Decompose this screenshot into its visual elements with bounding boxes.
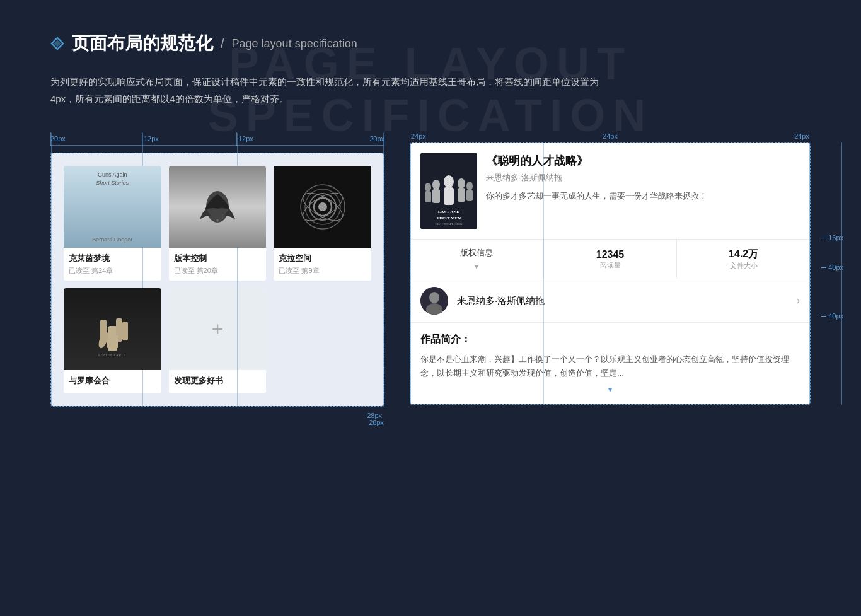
book-info: 克拉空间 已读至 第9章 [274,248,371,281]
book-info: 与罗摩会合 [64,370,161,393]
panels-row: 20px 12px 12px 20px [50,132,811,424]
reads-stat: 12345 阅读量 [544,240,678,279]
synopsis-more[interactable]: ▾ [420,380,800,394]
book-cover-4: LEATHER ARTE JOE B. LANSDALE [64,288,161,370]
page-title-en: Page layout specification [232,37,357,50]
svg-point-23 [425,183,431,192]
synopsis-title: 作品简介： [420,333,800,346]
ann-label-12px-2: 12px [238,135,253,142]
svg-point-25 [466,182,473,190]
spiral-icon [298,182,348,232]
book-detail-card: LAST AND FIRST MEN OLAF STAPLEDON 《聪明的人才… [410,143,810,240]
book-title: 克拉空间 [279,253,366,264]
book-info: 发现更多好书 [169,370,267,393]
book-card[interactable]: LEATHER ARTE JOE B. LANSDALE 与罗摩会合 [64,288,161,393]
synopsis-text: 你是不是心血来潮，兴趣】工作换了一个又一个？以乐观主义创业者的心态创立高瓴，坚持… [420,352,800,380]
book-grid-container: Guns Again Short Stories Bernard Cooper … [51,153,384,406]
filesize-value: 14.2万 [729,248,758,261]
book-title: 版本控制 [174,253,262,264]
phone-content: LAST AND FIRST MEN OLAF STAPLEDON 《聪明的人才… [410,143,810,404]
book-cover-2 [169,166,267,248]
copyright-label: 版权信息 [460,247,493,259]
book-detail-cover: LAST AND FIRST MEN OLAF STAPLEDON [420,153,477,229]
right-guide-line [841,142,842,405]
filesize-label: 文件大小 [730,261,758,270]
author-avatar-img [420,287,448,315]
book-cover-firstmen: LAST AND FIRST MEN OLAF STAPLEDON [420,153,477,229]
cover-subtitle: Short Stories [96,179,129,187]
author-avatar [420,287,448,315]
hand-icon: LEATHER ARTE JOE B. LANSDALE [95,301,130,357]
ann-24px-3: 24px [794,132,809,140]
book-cover-placeholder: + [169,288,267,370]
right-side-annotations: 16px 40px 40px [821,142,843,405]
svg-point-21 [458,178,465,189]
book-progress: 已读至 第9章 [279,266,366,276]
svg-rect-20 [432,189,440,203]
reads-label: 阅读量 [600,260,621,270]
ann-24px-1: 24px [411,132,426,140]
svg-rect-12 [107,335,118,348]
book-card[interactable]: 版本控制 已读至 第20章 [169,166,267,281]
svg-rect-26 [466,190,473,201]
filesize-stat: 14.2万 文件大小 [677,240,810,279]
book-grid: Guns Again Short Stories Bernard Cooper … [64,166,371,393]
svg-point-17 [444,175,454,188]
book-info: 克莱茵梦境 已读至 第24章 [64,248,161,281]
description-text: 为列更好的实现响应式布局页面，保证设计稿件中元素的一致性和规范化，所有元素均适用… [50,73,618,107]
stats-row: 版权信息 ▾ 12345 阅读量 14.2万 文件大小 [410,240,810,279]
book-detail-author: 来恩纳多·洛斯佩纳拖 [486,172,800,183]
svg-rect-22 [458,188,465,202]
book-cover-1: Guns Again Short Stories Bernard Cooper [64,166,161,248]
cover-text: Guns Again [98,171,127,179]
copyright-chevron: ▾ [475,262,478,271]
book-cover-3 [274,166,371,248]
book-progress: 已读至 第20章 [174,266,262,276]
svg-rect-24 [425,191,431,202]
book-detail-desc: 你的多才多艺却一事无成的人生，需要一份才华战略来拯救！ [486,190,800,203]
right-panel: 24px 24px 24px [410,132,811,405]
ann-label-20px-right: 20px [369,135,384,142]
svg-text:LEATHER ARTE: LEATHER ARTE [98,353,125,357]
ann-24px-2: 24px [603,132,618,140]
svg-point-31 [429,292,439,303]
ann-label-28px: 28px [369,419,384,426]
right-annotation-wrapper: LAST AND FIRST MEN OLAF STAPLEDON 《聪明的人才… [410,142,811,405]
book-title: 发现更多好书 [174,375,262,386]
book-info: 版本控制 已读至 第20章 [169,248,267,281]
book-card-placeholder[interactable]: + 发现更多好书 [169,288,267,393]
ann-label-20px-left: 20px [50,135,66,142]
author-row[interactable]: 来恩纳多·洛斯佩纳拖 › [410,279,810,323]
plus-icon: + [212,318,224,341]
reads-value: 12345 [596,249,625,260]
svg-text:FIRST MEN: FIRST MEN [437,216,461,221]
svg-rect-18 [444,187,454,205]
book-detail-title: 《聪明的人才战略》 [486,153,800,168]
svg-text:LAST AND: LAST AND [438,209,460,214]
svg-rect-11 [122,322,128,340]
right-spacing-labels: 24px 24px 24px [410,132,811,140]
book-card[interactable]: Guns Again Short Stories Bernard Cooper … [64,166,161,281]
svg-point-5 [318,202,327,211]
cover-author-text: Bernard Cooper [92,236,132,243]
svg-point-19 [432,180,440,190]
book-detail-info: 《聪明的人才战略》 来恩纳多·洛斯佩纳拖 你的多才多艺却一事无成的人生，需要一份… [486,153,800,203]
svg-text:OLAF STAPLEDON: OLAF STAPLEDON [435,223,462,226]
author-chevron-icon: › [797,295,800,306]
copyright-stat[interactable]: 版权信息 ▾ [410,240,544,279]
synopsis-section: 作品简介： 你是不是心血来潮，兴趣】工作换了一个又一个？以乐观主义创业者的心态创… [410,323,810,404]
page-title-divider: / [221,37,224,51]
page-title-cn: 页面布局的规范化 [72,32,213,55]
author-name: 来恩纳多·洛斯佩纳拖 [457,295,788,307]
eagle-icon [199,185,236,229]
ann-label-12px-1: 12px [144,135,159,142]
book-card[interactable]: 克拉空间 已读至 第9章 [274,166,371,281]
diamond-icon [50,37,64,50]
right-dashed-box: LAST AND FIRST MEN OLAF STAPLEDON 《聪明的人才… [410,142,811,405]
left-panel: 20px 12px 12px 20px [50,132,384,424]
